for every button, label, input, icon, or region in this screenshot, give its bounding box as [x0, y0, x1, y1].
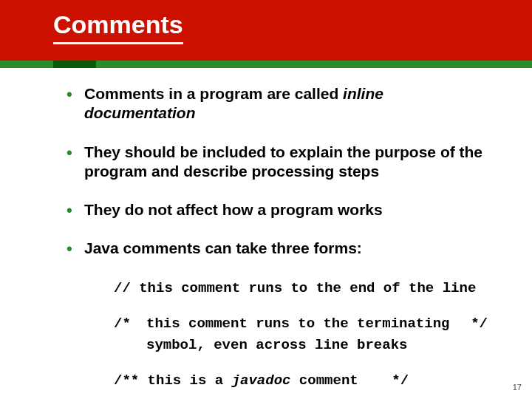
- code-examples: // this comment runs to the end of the l…: [114, 278, 488, 392]
- code-body: this comment runs to the terminating sym…: [146, 313, 464, 355]
- bullet-text: They do not affect how a program works: [84, 201, 383, 218]
- code-close-token: */: [464, 313, 488, 355]
- bullet-text: Java comments can take three forms:: [84, 239, 362, 256]
- bullet-item: Comments in a program are called inline …: [62, 84, 488, 123]
- code-text: symbol, even across line breaks: [146, 335, 464, 356]
- code-emphasis: javadoc: [232, 372, 291, 389]
- page-number: 17: [513, 383, 522, 392]
- code-text: this comment runs to the terminating: [146, 313, 464, 335]
- slide-header: Comments: [0, 0, 532, 61]
- code-text: comment: [290, 372, 358, 389]
- bullet-item: They should be included to explain the p…: [62, 143, 488, 182]
- accent-stripe: [0, 61, 532, 68]
- slide-title: Comments: [53, 10, 183, 44]
- bullet-text: Comments in a program are called: [84, 85, 343, 102]
- code-close-token: */: [392, 372, 409, 389]
- code-line-comment: // this comment runs to the end of the l…: [114, 278, 488, 299]
- bullet-item: They do not affect how a program works: [62, 200, 488, 219]
- bullet-item: Java comments can take three forms:: [62, 239, 488, 258]
- bullet-list: Comments in a program are called inline …: [62, 84, 488, 259]
- code-javadoc-comment: /** this is a javadoc comment */: [114, 370, 488, 392]
- code-open-token: /*: [114, 313, 146, 355]
- slide-body: Comments in a program are called inline …: [0, 61, 532, 392]
- bullet-text: They should be included to explain the p…: [84, 143, 482, 180]
- code-open-token: /**: [114, 372, 148, 389]
- code-block-comment: /* this comment runs to the terminating …: [114, 313, 488, 355]
- code-text: this is a: [148, 372, 232, 389]
